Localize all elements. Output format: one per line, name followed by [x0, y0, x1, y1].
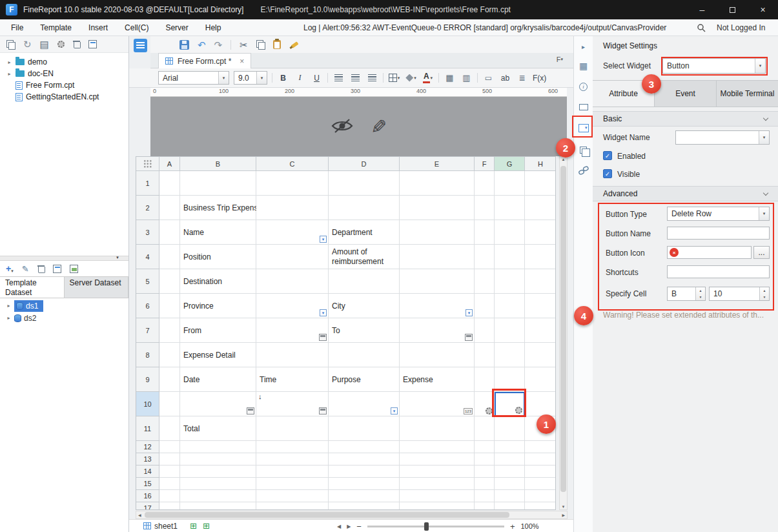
cell-B13[interactable]: [180, 453, 256, 466]
row-header-7[interactable]: 7: [136, 318, 159, 343]
row-header-13[interactable]: 13: [136, 453, 159, 466]
edit-dataset-icon[interactable]: ✎: [22, 265, 29, 273]
cell-B16[interactable]: [180, 490, 256, 502]
cell-B1[interactable]: [180, 171, 256, 196]
view-mode-icon[interactable]: ▤: [40, 39, 49, 49]
cell-G17[interactable]: [495, 502, 525, 510]
cell-C15[interactable]: [256, 478, 329, 490]
cell-E9[interactable]: Expense: [400, 367, 475, 392]
menu-server[interactable]: Server: [157, 23, 196, 32]
copy-icon[interactable]: [256, 40, 265, 49]
cell-H9[interactable]: [525, 367, 556, 392]
dataset-pane-divider[interactable]: ▼: [0, 256, 128, 261]
cell-C12[interactable]: [256, 441, 329, 453]
cell-G6[interactable]: [495, 294, 525, 318]
align-center-button[interactable]: [349, 71, 362, 85]
cell-C2[interactable]: [256, 196, 329, 220]
cell-H12[interactable]: [525, 441, 556, 453]
num-widget-icon[interactable]: 123: [464, 408, 473, 414]
delete-dataset-icon[interactable]: [37, 265, 45, 273]
line-spacing-button[interactable]: ≣: [516, 71, 528, 85]
cell-E14[interactable]: [400, 466, 475, 478]
cell-F12[interactable]: [475, 441, 495, 453]
cell-E1[interactable]: [400, 171, 475, 196]
cell-H10[interactable]: [525, 392, 556, 416]
sheet-tab-sheet1[interactable]: sheet1: [129, 520, 184, 532]
row-header-10[interactable]: 10: [136, 392, 159, 416]
cell-E16[interactable]: [400, 490, 475, 502]
tab-template-dataset[interactable]: Template Dataset: [0, 277, 65, 298]
fill-color-button[interactable]: ▾: [405, 71, 417, 85]
cell-D15[interactable]: [329, 478, 400, 490]
cell-B11[interactable]: Total: [180, 416, 256, 441]
cell-G11[interactable]: [495, 416, 525, 441]
cell-B17[interactable]: [180, 502, 256, 510]
cell-H15[interactable]: [525, 478, 556, 490]
collapse-panel-icon[interactable]: ▸: [574, 39, 593, 54]
cell-D11[interactable]: [329, 416, 400, 441]
col-header-F[interactable]: F: [475, 157, 495, 171]
row-header-3[interactable]: 3: [136, 220, 159, 245]
login-status[interactable]: Not Logged In: [717, 19, 765, 36]
date-widget-icon[interactable]: [247, 407, 254, 414]
tab-list-icon[interactable]: F▾: [557, 56, 563, 63]
cell-E6[interactable]: ▾: [400, 294, 475, 318]
cell-F5[interactable]: [475, 269, 495, 294]
minimize-button[interactable]: –: [687, 0, 717, 19]
settings-gear-icon[interactable]: [57, 41, 65, 48]
cell-E4[interactable]: [400, 245, 475, 269]
cell-F7[interactable]: [475, 318, 495, 343]
widget-name-dropdown[interactable]: ▾: [675, 130, 770, 145]
tree-item-demo[interactable]: ▸demo: [0, 56, 128, 68]
cell-H16[interactable]: [525, 490, 556, 502]
cell-F3[interactable]: [475, 220, 495, 245]
cut-icon[interactable]: ✂: [240, 40, 248, 50]
menu-cellc[interactable]: Cell(C): [116, 23, 157, 32]
preview-dataset-icon[interactable]: [53, 265, 61, 273]
cell-B10[interactable]: [180, 392, 256, 416]
scroll-down-icon[interactable]: ▼: [560, 505, 567, 509]
cell-A12[interactable]: [159, 441, 180, 453]
tree-item-doc-en[interactable]: ▸doc-EN: [0, 68, 128, 79]
menu-insert[interactable]: Insert: [80, 23, 116, 32]
cell-A16[interactable]: [159, 490, 180, 502]
cell-G13[interactable]: [495, 453, 525, 466]
cell-G14[interactable]: [495, 466, 525, 478]
vscroll-thumb[interactable]: [560, 166, 566, 492]
cell-A4[interactable]: [159, 245, 180, 269]
cell-E17[interactable]: [400, 502, 475, 510]
tab-event[interactable]: Event: [655, 81, 717, 107]
bold-button[interactable]: B: [277, 71, 289, 85]
cell-H7[interactable]: [525, 318, 556, 343]
cell-F4[interactable]: [475, 245, 495, 269]
form-widget-icon[interactable]: [134, 39, 147, 52]
cell-A10[interactable]: [159, 392, 180, 416]
cell-B9[interactable]: Date: [180, 367, 256, 392]
section-basic[interactable]: Basic: [593, 111, 778, 127]
add-dataset-button[interactable]: +▾: [6, 264, 14, 273]
borders-button[interactable]: ▾: [388, 71, 400, 85]
connection-icon[interactable]: [70, 265, 78, 273]
cell-C8[interactable]: [256, 343, 329, 367]
col-header-B[interactable]: B: [180, 157, 256, 171]
prev-sheet-icon[interactable]: ◀: [337, 524, 341, 529]
add-chart-sheet-icon[interactable]: ⊞: [203, 522, 210, 530]
font-color-button[interactable]: A▾: [422, 71, 434, 85]
row-header-17[interactable]: 17: [136, 502, 159, 510]
col-header-E[interactable]: E: [400, 157, 475, 171]
cell-A14[interactable]: [159, 466, 180, 478]
cell-F14[interactable]: [475, 466, 495, 478]
scroll-left-icon[interactable]: ◀: [138, 513, 141, 517]
cell-C10[interactable]: ↓: [256, 392, 329, 416]
cell-H17[interactable]: [525, 502, 556, 510]
cell-A8[interactable]: [159, 343, 180, 367]
cell-C7[interactable]: [256, 318, 329, 343]
cell-C13[interactable]: [256, 453, 329, 466]
combo-widget-icon[interactable]: ▾: [466, 309, 473, 316]
align-right-button[interactable]: [366, 71, 378, 85]
cell-C14[interactable]: [256, 466, 329, 478]
cell-A17[interactable]: [159, 502, 180, 510]
install-plugin-icon[interactable]: [88, 40, 97, 48]
cell-D6[interactable]: City: [329, 294, 400, 318]
format-painter-icon[interactable]: [289, 40, 300, 49]
